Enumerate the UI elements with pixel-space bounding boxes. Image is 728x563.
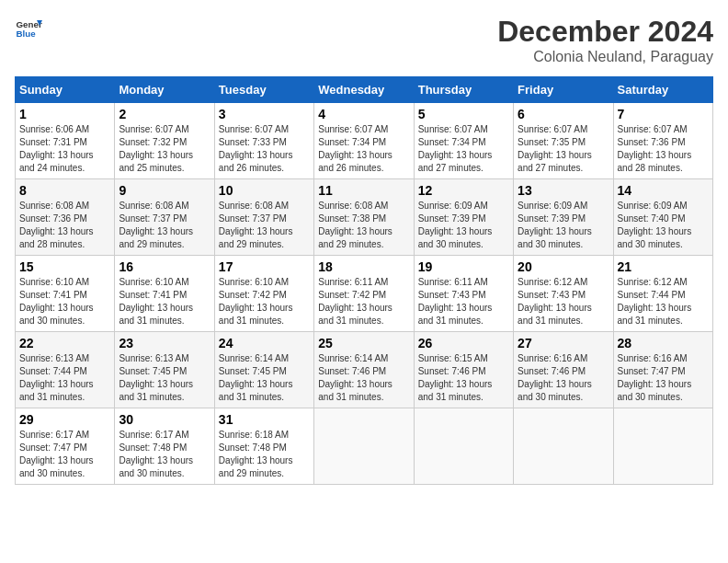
day-number: 7 bbox=[618, 107, 709, 121]
day-cell: 18Sunrise: 6:11 AM Sunset: 7:42 PM Dayli… bbox=[314, 256, 414, 332]
day-header-sunday: Sunday bbox=[16, 77, 115, 103]
day-cell: 14Sunrise: 6:09 AM Sunset: 7:40 PM Dayli… bbox=[613, 179, 712, 256]
day-number: 5 bbox=[418, 107, 509, 121]
day-number: 20 bbox=[518, 259, 609, 274]
day-detail: Sunrise: 6:10 AM Sunset: 7:41 PM Dayligh… bbox=[19, 276, 110, 327]
header-row: SundayMondayTuesdayWednesdayThursdayFrid… bbox=[16, 77, 713, 103]
day-detail: Sunrise: 6:07 AM Sunset: 7:34 PM Dayligh… bbox=[318, 123, 409, 175]
day-number: 31 bbox=[219, 412, 310, 427]
day-detail: Sunrise: 6:15 AM Sunset: 7:46 PM Dayligh… bbox=[418, 352, 509, 404]
day-number: 14 bbox=[618, 183, 709, 198]
day-cell: 11Sunrise: 6:08 AM Sunset: 7:38 PM Dayli… bbox=[314, 179, 414, 256]
day-detail: Sunrise: 6:08 AM Sunset: 7:37 PM Dayligh… bbox=[119, 200, 210, 251]
day-detail: Sunrise: 6:07 AM Sunset: 7:33 PM Dayligh… bbox=[219, 123, 310, 175]
main-title: December 2024 bbox=[497, 15, 713, 49]
logo-icon: General Blue bbox=[15, 15, 42, 42]
day-cell: 7Sunrise: 6:07 AM Sunset: 7:36 PM Daylig… bbox=[613, 103, 712, 179]
day-number: 8 bbox=[19, 183, 110, 198]
day-detail: Sunrise: 6:08 AM Sunset: 7:36 PM Dayligh… bbox=[19, 200, 110, 251]
day-cell: 8Sunrise: 6:08 AM Sunset: 7:36 PM Daylig… bbox=[16, 179, 115, 256]
day-cell: 3Sunrise: 6:07 AM Sunset: 7:33 PM Daylig… bbox=[214, 103, 313, 179]
day-detail: Sunrise: 6:10 AM Sunset: 7:42 PM Dayligh… bbox=[219, 276, 310, 327]
day-number: 12 bbox=[418, 183, 509, 198]
day-detail: Sunrise: 6:09 AM Sunset: 7:39 PM Dayligh… bbox=[518, 200, 609, 251]
day-number: 28 bbox=[618, 336, 709, 350]
day-cell: 17Sunrise: 6:10 AM Sunset: 7:42 PM Dayli… bbox=[214, 256, 313, 332]
day-cell: 9Sunrise: 6:08 AM Sunset: 7:37 PM Daylig… bbox=[115, 179, 214, 256]
calendar-table: SundayMondayTuesdayWednesdayThursdayFrid… bbox=[15, 76, 713, 485]
day-cell: 4Sunrise: 6:07 AM Sunset: 7:34 PM Daylig… bbox=[314, 103, 414, 179]
day-detail: Sunrise: 6:14 AM Sunset: 7:46 PM Dayligh… bbox=[318, 352, 409, 404]
day-cell: 20Sunrise: 6:12 AM Sunset: 7:43 PM Dayli… bbox=[514, 256, 613, 332]
day-header-saturday: Saturday bbox=[613, 77, 712, 103]
day-cell: 19Sunrise: 6:11 AM Sunset: 7:43 PM Dayli… bbox=[414, 256, 513, 332]
day-number: 29 bbox=[19, 412, 110, 427]
day-detail: Sunrise: 6:11 AM Sunset: 7:43 PM Dayligh… bbox=[418, 276, 509, 327]
day-number: 4 bbox=[318, 107, 409, 121]
week-row-1: 1Sunrise: 6:06 AM Sunset: 7:31 PM Daylig… bbox=[16, 103, 713, 179]
day-detail: Sunrise: 6:17 AM Sunset: 7:48 PM Dayligh… bbox=[119, 429, 210, 480]
day-number: 1 bbox=[19, 107, 110, 121]
day-detail: Sunrise: 6:07 AM Sunset: 7:36 PM Dayligh… bbox=[618, 123, 709, 175]
day-cell: 10Sunrise: 6:08 AM Sunset: 7:37 PM Dayli… bbox=[214, 179, 313, 256]
day-number: 27 bbox=[518, 336, 609, 350]
day-detail: Sunrise: 6:09 AM Sunset: 7:40 PM Dayligh… bbox=[618, 200, 709, 251]
day-number: 26 bbox=[418, 336, 509, 350]
day-detail: Sunrise: 6:14 AM Sunset: 7:45 PM Dayligh… bbox=[219, 352, 310, 404]
day-cell: 1Sunrise: 6:06 AM Sunset: 7:31 PM Daylig… bbox=[16, 103, 115, 179]
day-cell: 25Sunrise: 6:14 AM Sunset: 7:46 PM Dayli… bbox=[314, 332, 414, 408]
day-number: 10 bbox=[219, 183, 310, 198]
day-number: 30 bbox=[119, 412, 210, 427]
day-header-wednesday: Wednesday bbox=[314, 77, 414, 103]
day-header-friday: Friday bbox=[514, 77, 613, 103]
day-detail: Sunrise: 6:11 AM Sunset: 7:42 PM Dayligh… bbox=[318, 276, 409, 327]
day-header-monday: Monday bbox=[115, 77, 214, 103]
day-cell: 29Sunrise: 6:17 AM Sunset: 7:47 PM Dayli… bbox=[16, 408, 115, 485]
day-cell: 30Sunrise: 6:17 AM Sunset: 7:48 PM Dayli… bbox=[115, 408, 214, 485]
day-cell: 27Sunrise: 6:16 AM Sunset: 7:46 PM Dayli… bbox=[514, 332, 613, 408]
day-header-thursday: Thursday bbox=[414, 77, 513, 103]
day-number: 23 bbox=[119, 336, 210, 350]
day-detail: Sunrise: 6:08 AM Sunset: 7:38 PM Dayligh… bbox=[318, 200, 409, 251]
day-detail: Sunrise: 6:16 AM Sunset: 7:46 PM Dayligh… bbox=[518, 352, 609, 404]
day-number: 25 bbox=[318, 336, 409, 350]
day-cell: 13Sunrise: 6:09 AM Sunset: 7:39 PM Dayli… bbox=[514, 179, 613, 256]
day-header-tuesday: Tuesday bbox=[214, 77, 313, 103]
day-cell: 6Sunrise: 6:07 AM Sunset: 7:35 PM Daylig… bbox=[514, 103, 613, 179]
day-detail: Sunrise: 6:10 AM Sunset: 7:41 PM Dayligh… bbox=[119, 276, 210, 327]
day-detail: Sunrise: 6:17 AM Sunset: 7:47 PM Dayligh… bbox=[19, 429, 110, 480]
day-number: 24 bbox=[219, 336, 310, 350]
day-cell bbox=[613, 408, 712, 485]
day-number: 3 bbox=[219, 107, 310, 121]
day-cell: 26Sunrise: 6:15 AM Sunset: 7:46 PM Dayli… bbox=[414, 332, 513, 408]
page-header: General Blue December 2024 Colonia Neula… bbox=[15, 15, 713, 65]
day-cell: 2Sunrise: 6:07 AM Sunset: 7:32 PM Daylig… bbox=[115, 103, 214, 179]
day-number: 13 bbox=[518, 183, 609, 198]
day-cell: 12Sunrise: 6:09 AM Sunset: 7:39 PM Dayli… bbox=[414, 179, 513, 256]
svg-text:Blue: Blue bbox=[17, 29, 37, 39]
day-cell: 15Sunrise: 6:10 AM Sunset: 7:41 PM Dayli… bbox=[16, 256, 115, 332]
day-cell: 23Sunrise: 6:13 AM Sunset: 7:45 PM Dayli… bbox=[115, 332, 214, 408]
day-detail: Sunrise: 6:07 AM Sunset: 7:32 PM Dayligh… bbox=[119, 123, 210, 175]
day-detail: Sunrise: 6:08 AM Sunset: 7:37 PM Dayligh… bbox=[219, 200, 310, 251]
day-detail: Sunrise: 6:13 AM Sunset: 7:44 PM Dayligh… bbox=[19, 352, 110, 404]
day-cell: 31Sunrise: 6:18 AM Sunset: 7:48 PM Dayli… bbox=[214, 408, 313, 485]
day-cell: 22Sunrise: 6:13 AM Sunset: 7:44 PM Dayli… bbox=[16, 332, 115, 408]
week-row-4: 22Sunrise: 6:13 AM Sunset: 7:44 PM Dayli… bbox=[16, 332, 713, 408]
title-area: December 2024 Colonia Neuland, Paraguay bbox=[497, 15, 713, 65]
day-number: 18 bbox=[318, 259, 409, 274]
day-number: 9 bbox=[119, 183, 210, 198]
day-cell: 21Sunrise: 6:12 AM Sunset: 7:44 PM Dayli… bbox=[613, 256, 712, 332]
day-cell: 24Sunrise: 6:14 AM Sunset: 7:45 PM Dayli… bbox=[214, 332, 313, 408]
day-cell: 5Sunrise: 6:07 AM Sunset: 7:34 PM Daylig… bbox=[414, 103, 513, 179]
day-number: 21 bbox=[618, 259, 709, 274]
day-detail: Sunrise: 6:12 AM Sunset: 7:44 PM Dayligh… bbox=[618, 276, 709, 327]
day-detail: Sunrise: 6:18 AM Sunset: 7:48 PM Dayligh… bbox=[219, 429, 310, 480]
day-detail: Sunrise: 6:06 AM Sunset: 7:31 PM Dayligh… bbox=[19, 123, 110, 175]
day-number: 22 bbox=[19, 336, 110, 350]
logo: General Blue bbox=[15, 15, 42, 42]
day-number: 17 bbox=[219, 259, 310, 274]
day-cell bbox=[514, 408, 613, 485]
day-detail: Sunrise: 6:16 AM Sunset: 7:47 PM Dayligh… bbox=[618, 352, 709, 404]
day-number: 16 bbox=[119, 259, 210, 274]
